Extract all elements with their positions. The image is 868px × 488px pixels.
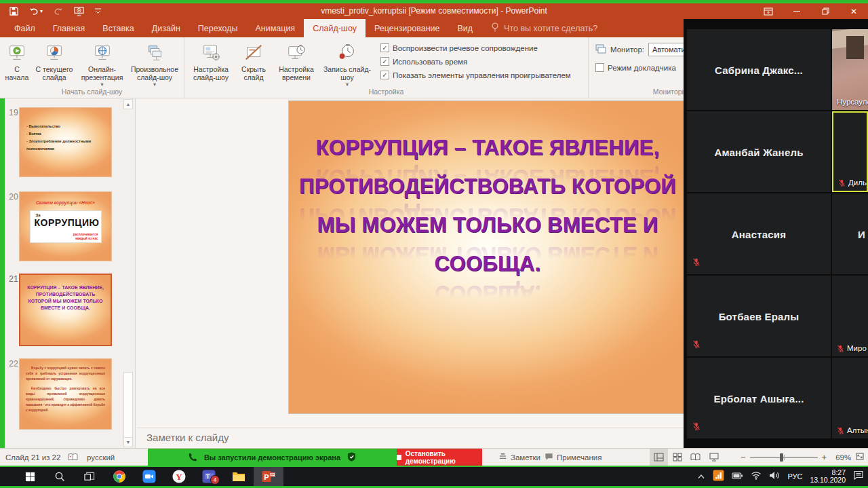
notes-splitter[interactable] [136, 428, 687, 428]
zoom-slider-thumb[interactable] [780, 453, 783, 462]
reading-view-button[interactable] [686, 449, 705, 466]
zoom-percentage[interactable]: 69% [831, 453, 851, 462]
volume-icon[interactable] [769, 470, 780, 483]
zoom-slider-tick [784, 455, 785, 460]
thumbnails-scroll-up-button[interactable]: ▲ [123, 99, 133, 109]
tab-transitions[interactable]: Переходы [189, 19, 247, 37]
online-presentation-button[interactable]: Онлайн-презентация ▾ [77, 40, 127, 89]
checkbox-show-media-controls[interactable]: ✓ Показать элементы управления проигрыва… [380, 71, 571, 79]
slide-thumbnail-19[interactable]: Вымогательство Взятка Злоупотребление до… [19, 107, 112, 177]
hide-slide-button[interactable]: Скрыть слайд [235, 40, 272, 82]
minimize-button[interactable] [783, 3, 811, 19]
participant-tile-active-speaker[interactable]: Дильн [832, 111, 868, 192]
close-button[interactable]: ✕ [840, 3, 868, 19]
tab-animations[interactable]: Анимация [246, 19, 304, 37]
window-title: vmesti_protiv_korruptsii [Режим совмести… [203, 3, 665, 19]
save-icon[interactable] [9, 7, 18, 16]
slide-thumbnail-21-selected[interactable]: КОРРУПЦИЯ – ТАКОЕ ЯВЛЕНИЕ, ПРОТИВОДЕЙСТВ… [19, 274, 112, 346]
zoom-slider[interactable] [750, 457, 818, 458]
powerpoint-taskbar-icon[interactable]: P [254, 467, 283, 486]
stop-sharing-button[interactable]: Остановить демонстрацию [397, 449, 482, 466]
from-current-slide-button[interactable]: С текущего слайда [32, 40, 77, 82]
thumbnail-22-content: Борьбу с коррупцией нужно начать с самог… [20, 359, 111, 413]
tray-expand-icon[interactable] [697, 470, 705, 483]
notes-toggle-button[interactable]: Заметки [498, 449, 540, 466]
record-slideshow-button[interactable]: Запись слайд-шоу ▾ [321, 40, 374, 89]
slide-title-textbox[interactable]: КОРРУПЦИЯ – ТАКОЕ ЯВЛЕНИЕ,КОРРУПЦИЯ – ТА… [293, 128, 682, 283]
notes-icon [498, 453, 507, 462]
hide-slide-icon [243, 41, 264, 65]
slide-thumbnail-panel: 19 Вымогательство Взятка Злоупотребление… [5, 98, 136, 448]
slide-thumbnail-22[interactable]: Борьбу с коррупцией нужно начать с самог… [19, 358, 112, 430]
slide-sorter-view-button[interactable] [668, 449, 686, 466]
checkbox-play-narrations[interactable]: ✓ Воспроизвести речевое сопровождение [380, 43, 571, 52]
setup-slideshow-button[interactable]: Настройка слайд-шоу [186, 40, 235, 82]
ribbon-display-options-button[interactable] [754, 3, 783, 19]
slide-canvas[interactable]: КОРРУПЦИЯ – ТАКОЕ ЯВЛЕНИЕ,КОРРУПЦИЯ – ТА… [288, 100, 687, 414]
participant-tile[interactable]: Анастасия [687, 193, 831, 274]
tab-view[interactable]: Вид [448, 19, 481, 37]
redo-button[interactable] [54, 7, 63, 16]
slideshow-view-button[interactable] [705, 449, 723, 466]
checkbox-presenter-view[interactable]: Режим докладчика [595, 63, 676, 72]
participant-tile[interactable]: И [832, 193, 868, 274]
start-button[interactable] [15, 467, 45, 486]
tab-file[interactable]: Файл [5, 19, 44, 37]
slide-thumbnail-20[interactable]: Скажем коррупции «Нет!» За КОРРУПЦИЮ рас… [19, 191, 112, 261]
wifi-icon[interactable] [751, 470, 762, 483]
tab-insert[interactable]: Вставка [94, 19, 142, 37]
normal-view-button[interactable] [650, 449, 668, 466]
participant-tile[interactable]: Ботбаев Ералы [687, 276, 831, 356]
participant-tile[interactable]: Аманбай Жанель [687, 111, 831, 192]
start-slideshow-quick-icon[interactable] [74, 7, 84, 16]
tray-app-icon[interactable] [713, 470, 724, 484]
zoom-in-button[interactable]: + [822, 452, 827, 462]
action-center-icon[interactable] [853, 470, 864, 483]
task-view-button[interactable] [75, 467, 104, 486]
slide-title-line: МЫ МОЖЕМ ТОЛЬКО ВМЕСТЕ ИМЫ МОЖЕМ ТОЛЬКО … [293, 206, 682, 244]
keyboard-language[interactable]: РУС [787, 472, 802, 481]
yandex-browser-icon[interactable]: Y [164, 467, 194, 486]
notes-placeholder[interactable]: Заметки к слайду [146, 432, 229, 443]
customize-quick-access-icon[interactable] [95, 8, 101, 14]
spell-check-icon[interactable] [68, 449, 78, 466]
participant-tile[interactable]: Ерболат Ашыға... [687, 358, 831, 438]
zoom-app-icon[interactable] [134, 467, 164, 486]
participant-tile-video[interactable]: Нурсауле [832, 29, 868, 110]
tab-home[interactable]: Главная [44, 19, 94, 37]
tab-design[interactable]: Дизайн [143, 19, 189, 37]
zoom-out-button[interactable]: − [741, 452, 746, 462]
participant-tile[interactable]: Сабрина Джакс... [687, 29, 831, 110]
slide-counter[interactable]: Слайд 21 из 22 [5, 449, 60, 466]
checkbox-use-timings[interactable]: ✓ Использовать время [380, 57, 571, 66]
battery-icon[interactable] [732, 470, 743, 483]
restore-button[interactable] [811, 3, 840, 19]
teams-icon[interactable]: T 4 [194, 467, 224, 486]
participant-tile[interactable]: Миро [832, 276, 868, 356]
tab-review[interactable]: Рецензирование [366, 19, 449, 37]
participant-tile[interactable]: Алтын [832, 358, 868, 438]
tell-me-box[interactable]: Что вы хотите сделать? [481, 19, 597, 37]
checkbox-unchecked-icon [595, 63, 604, 72]
file-explorer-icon[interactable] [224, 467, 254, 486]
thumbnails-scrollbar-thumb[interactable] [123, 372, 133, 438]
fit-slide-to-window-button[interactable] [855, 452, 865, 462]
comment-icon [545, 453, 553, 462]
participant-label: Нурсауле [837, 98, 868, 106]
rehearse-timings-button[interactable]: Настройка времени [272, 40, 321, 82]
search-button[interactable] [45, 467, 75, 486]
tab-slideshow-active[interactable]: Слайд-шоу [304, 19, 366, 37]
participant-name: Ботбаев Ералы [687, 310, 831, 322]
thumbnails-scroll-down-button[interactable]: ▼ [123, 437, 133, 447]
from-beginning-button[interactable]: С начала [2, 40, 32, 82]
language-indicator[interactable]: русский [87, 449, 115, 466]
from-current-slide-icon [44, 41, 64, 65]
undo-button[interactable]: ▾ [29, 7, 43, 16]
custom-slideshow-button[interactable]: Произвольное слайд-шоу ▾ [127, 40, 182, 89]
tray-date: 13.10.2020 [810, 476, 846, 485]
screenshare-border-top [0, 0, 868, 3]
clock[interactable]: 8:27 13.10.2020 [810, 469, 846, 485]
chrome-icon[interactable] [104, 467, 134, 486]
checkbox-checked-icon: ✓ [380, 43, 389, 52]
comments-toggle-button[interactable]: Примечания [545, 449, 601, 466]
